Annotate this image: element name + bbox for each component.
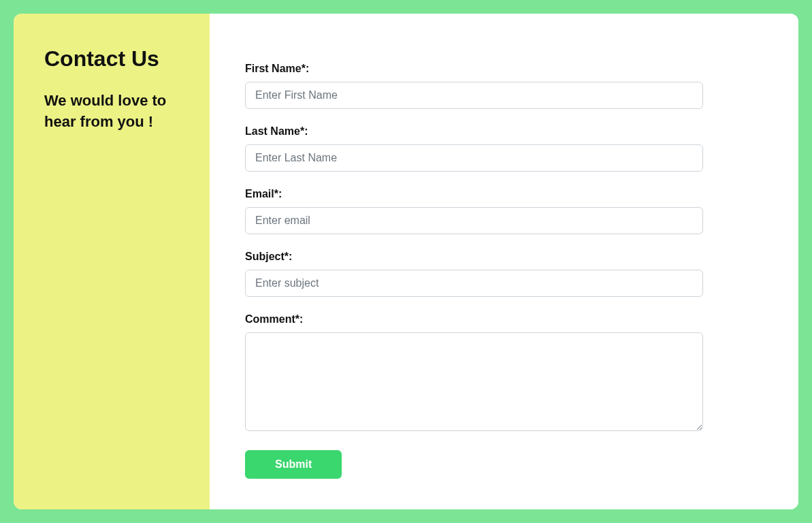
comment-label: Comment*: [245, 313, 703, 326]
contact-form: First Name*: Last Name*: Email*: Subject… [245, 63, 703, 479]
email-group: Email*: [245, 188, 703, 234]
sidebar-title: Contact Us [44, 46, 182, 72]
last-name-input[interactable] [245, 144, 703, 172]
subject-input[interactable] [245, 270, 703, 297]
last-name-label: Last Name*: [245, 125, 703, 138]
comment-textarea[interactable] [245, 332, 703, 431]
form-panel: First Name*: Last Name*: Email*: Subject… [210, 14, 798, 509]
submit-button[interactable]: Submit [245, 450, 342, 479]
subject-label: Subject*: [245, 251, 703, 263]
first-name-group: First Name*: [245, 63, 703, 109]
sidebar: Contact Us We would love to hear from yo… [14, 14, 210, 509]
sidebar-subtitle: We would love to hear from you ! [44, 91, 182, 133]
last-name-group: Last Name*: [245, 125, 703, 172]
first-name-label: First Name*: [245, 63, 703, 75]
first-name-input[interactable] [245, 82, 703, 109]
contact-container: Contact Us We would love to hear from yo… [14, 14, 798, 509]
email-label: Email*: [245, 188, 703, 200]
comment-group: Comment*: [245, 313, 703, 434]
subject-group: Subject*: [245, 251, 703, 297]
email-input[interactable] [245, 207, 703, 234]
